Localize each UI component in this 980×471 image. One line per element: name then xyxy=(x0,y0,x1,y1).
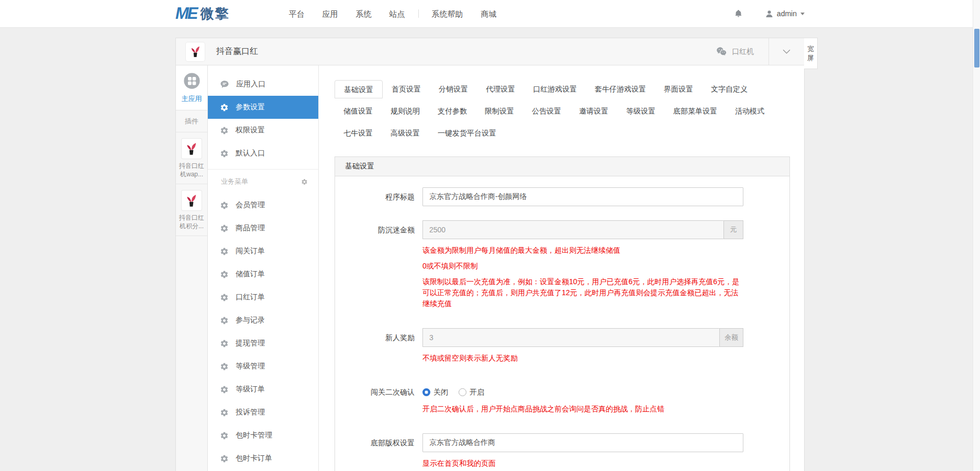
nav-store[interactable]: 商城 xyxy=(472,0,506,28)
radio-unselected-icon xyxy=(459,388,466,396)
field-label: 新人奖励 xyxy=(335,328,415,368)
sidebar-item-participation-records[interactable]: 参与记录 xyxy=(208,309,318,332)
sidebar-item-label: 储值订单 xyxy=(236,270,265,279)
radio-label: 关闭 xyxy=(433,383,448,401)
scrollbar[interactable] xyxy=(973,0,980,471)
tab-limit[interactable]: 限制设置 xyxy=(476,102,523,120)
app-title: 抖音赢口红 xyxy=(216,46,258,57)
sidebar-item-app-entry[interactable]: 应用入口 xyxy=(208,73,318,96)
sidebar-item-label: 等级订单 xyxy=(236,385,265,394)
sidebar-item-default-entry[interactable]: 默认入口 xyxy=(208,142,318,165)
sidebar-item-label: 参数设置 xyxy=(236,103,265,112)
gear-icon xyxy=(220,270,229,279)
sidebar-item-challenge-orders[interactable]: 闯关订单 xyxy=(208,240,318,263)
gear-icon xyxy=(220,362,229,371)
section-title: 业务菜单 xyxy=(221,177,248,186)
sidebar-item-recharge-orders[interactable]: 储值订单 xyxy=(208,263,318,286)
program-title-input[interactable] xyxy=(422,187,743,206)
chat-bubble-icon xyxy=(220,80,229,89)
tab-level[interactable]: 等级设置 xyxy=(617,102,664,120)
tab-qiniu[interactable]: 七牛设置 xyxy=(335,124,382,142)
nav-site[interactable]: 站点 xyxy=(381,0,414,28)
tab-recharge[interactable]: 储值设置 xyxy=(335,102,382,120)
sidebar-item-params[interactable]: 参数设置 xyxy=(208,96,318,119)
nav-help[interactable]: 系统帮助 xyxy=(423,0,472,28)
sidebar-item-label: 等级管理 xyxy=(236,362,265,371)
copyright-field: 底部版权设置 显示在首页和我的页面 不填则不显示 xyxy=(335,433,789,471)
sidebar-item-label: 投诉管理 xyxy=(236,408,265,417)
collapse-button[interactable] xyxy=(769,38,804,65)
tab-home[interactable]: 首页设置 xyxy=(383,80,430,98)
radio-selected-icon xyxy=(422,388,430,396)
field-tip: 0或不填则不限制 xyxy=(422,261,743,272)
radio-off[interactable]: 关闭 xyxy=(422,383,448,401)
sidebar-item-lipstick-orders[interactable]: 口红订单 xyxy=(208,286,318,309)
weengine-logo[interactable]: ME 微擎 xyxy=(175,4,230,23)
user-menu[interactable]: admin xyxy=(765,9,805,18)
tabs-row-2: 储值设置 规则说明 支付参数 限制设置 公告设置 邀请设置 等级设置 底部菜单设… xyxy=(335,102,788,120)
gear-icon xyxy=(220,385,229,394)
field-tip: 不填或留空则表示新人无奖励 xyxy=(422,353,743,364)
nav-system[interactable]: 系统 xyxy=(347,0,381,28)
tab-cowboy-game[interactable]: 套牛仔游戏设置 xyxy=(586,80,655,98)
anti-addiction-input[interactable] xyxy=(422,220,723,239)
nav-apps[interactable]: 应用 xyxy=(314,0,347,28)
gear-icon xyxy=(220,103,229,112)
tab-advanced[interactable]: 高级设置 xyxy=(382,124,429,142)
sidebar-item-level-orders[interactable]: 等级订单 xyxy=(208,378,318,401)
copyright-input[interactable] xyxy=(422,433,743,452)
tab-payment[interactable]: 支付参数 xyxy=(429,102,476,120)
field-tip: 该限制以最后一次充值为准，例如：设置金额10元，用户已充值6元，此时用户选择再充… xyxy=(422,276,743,309)
radio-on[interactable]: 开启 xyxy=(459,383,484,401)
newcomer-reward-field: 新人奖励 余额 不填或留空则表示新人无奖励 xyxy=(335,328,789,368)
field-tip: 开启二次确认后，用户开始点商品挑战之前会询问是否真的挑战，防止点错 xyxy=(422,403,743,414)
unit-addon: 余额 xyxy=(719,328,743,347)
rail-app-wap[interactable]: 抖音口红机wap... xyxy=(176,132,207,184)
sidebar-item-label: 应用入口 xyxy=(236,80,265,89)
tab-activity-mode[interactable]: 活动模式 xyxy=(726,102,773,120)
settings-content: 基础设置 首页设置 分销设置 代理设置 口红游戏设置 套牛仔游戏设置 界面设置 … xyxy=(319,65,804,471)
logo-text: 微擎 xyxy=(201,5,230,23)
module-switch-button[interactable]: 口红机 xyxy=(716,46,769,57)
rail-main-app[interactable]: 主应用 xyxy=(176,65,207,110)
sidebar-item-permissions[interactable]: 权限设置 xyxy=(208,119,318,142)
tabs-row-1: 基础设置 首页设置 分销设置 代理设置 口红游戏设置 套牛仔游戏设置 界面设置 … xyxy=(335,80,788,98)
rail-app-points[interactable]: 抖音口红机积分... xyxy=(176,184,207,236)
sidebar-item-label: 参与记录 xyxy=(236,316,265,325)
field-label: 防沉迷金额 xyxy=(335,220,415,314)
radio-label: 开启 xyxy=(470,383,484,401)
tab-basic[interactable]: 基础设置 xyxy=(335,80,383,98)
tab-agent[interactable]: 代理设置 xyxy=(477,80,524,98)
tab-distribution[interactable]: 分销设置 xyxy=(430,80,477,98)
nav-platform[interactable]: 平台 xyxy=(280,0,314,28)
nav-divider xyxy=(418,9,419,18)
gear-icon xyxy=(220,454,229,463)
sidebar-item-withdrawal-mgmt[interactable]: 提现管理 xyxy=(208,332,318,355)
sidebar-item-timecard-orders[interactable]: 包时卡订单 xyxy=(208,447,318,470)
gear-icon xyxy=(220,126,229,135)
rail-main-app-label: 主应用 xyxy=(176,94,207,104)
rail-plugins[interactable]: 插件 xyxy=(176,110,207,132)
newcomer-reward-input[interactable] xyxy=(422,328,719,347)
tab-custom-text[interactable]: 文字自定义 xyxy=(702,80,756,98)
gear-icon xyxy=(220,149,229,158)
sidebar-item-complaint-mgmt[interactable]: 投诉管理 xyxy=(208,401,318,424)
tab-announcement[interactable]: 公告设置 xyxy=(523,102,570,120)
sidebar-item-product-mgmt[interactable]: 商品管理 xyxy=(208,217,318,240)
username: admin xyxy=(777,9,797,18)
sidebar-item-label: 默认入口 xyxy=(236,149,265,158)
sidebar-item-level-mgmt[interactable]: 等级管理 xyxy=(208,355,318,378)
widescreen-toggle[interactable]: 宽屏 xyxy=(804,38,818,69)
tab-bottom-menu[interactable]: 底部菜单设置 xyxy=(664,102,726,120)
scrollbar-thumb[interactable] xyxy=(974,29,979,68)
sidebar-item-timecard-mgmt[interactable]: 包时卡管理 xyxy=(208,424,318,447)
sidebar-item-label: 权限设置 xyxy=(236,126,265,135)
sidebar-item-member-mgmt[interactable]: 会员管理 xyxy=(208,194,318,217)
tab-interface[interactable]: 界面设置 xyxy=(655,80,702,98)
notification-bell-icon[interactable] xyxy=(734,8,743,19)
section-settings-gear-icon[interactable] xyxy=(301,178,308,185)
tab-lipstick-game[interactable]: 口红游戏设置 xyxy=(524,80,586,98)
tab-rules[interactable]: 规则说明 xyxy=(382,102,429,120)
tab-invite[interactable]: 邀请设置 xyxy=(570,102,617,120)
tab-shipping-platform[interactable]: 一键发货平台设置 xyxy=(429,124,505,142)
